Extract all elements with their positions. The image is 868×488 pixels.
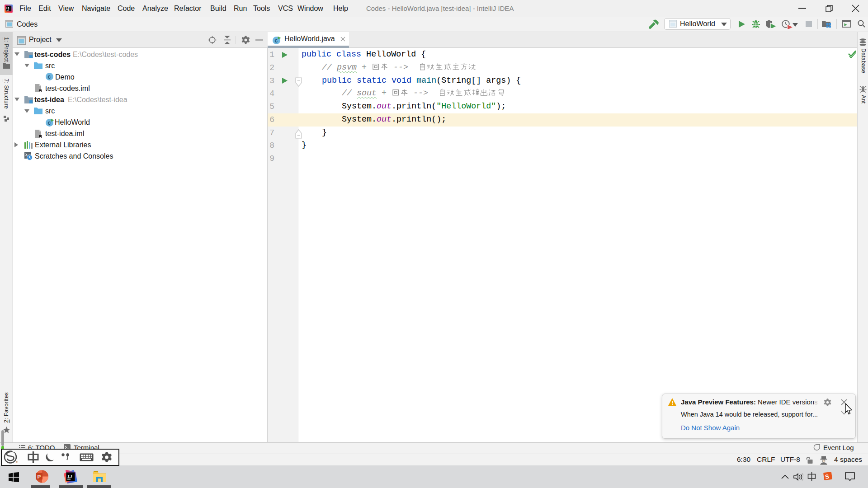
svg-text:C: C bbox=[275, 38, 278, 44]
svg-text:TM: TM bbox=[16, 460, 18, 463]
svg-text:C: C bbox=[48, 120, 51, 126]
svg-text:IJ: IJ bbox=[67, 474, 72, 479]
svg-text:P: P bbox=[38, 474, 41, 479]
svg-text:C: C bbox=[48, 74, 51, 80]
